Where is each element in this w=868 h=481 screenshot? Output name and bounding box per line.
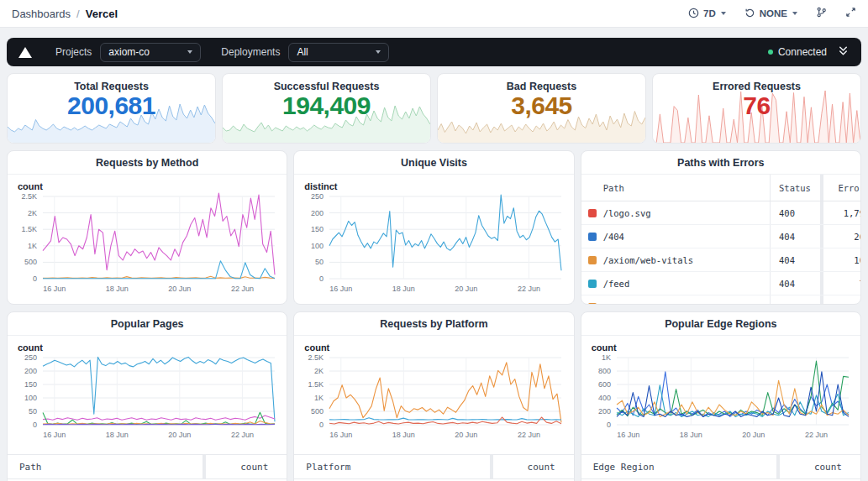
series-swatch xyxy=(588,256,597,264)
top-header: Dashboards / Vercel 7D NONE xyxy=(0,0,868,28)
fullscreen-button[interactable] xyxy=(845,6,856,21)
col-header-status[interactable]: Status xyxy=(770,175,820,201)
breadcrumb-current: Vercel xyxy=(86,8,118,20)
svg-text:1K: 1K xyxy=(28,242,37,250)
series-swatch xyxy=(588,303,597,306)
popular-pages-card: Popular Pages count 25020015010050016 Ju… xyxy=(7,311,287,481)
table-row[interactable]: /logo.svg 400 1,79 xyxy=(581,201,860,225)
col-header-edge-region[interactable]: Edge Region xyxy=(581,455,776,478)
table-row[interactable]: /axiom/web-vitals 404 10 xyxy=(581,248,860,272)
requests-by-platform-card: Requests by Platform count 2.5K2K1.5K1K5… xyxy=(293,311,574,481)
clock-icon xyxy=(688,8,699,20)
stat-title: Total Requests xyxy=(8,74,215,92)
chevron-down-icon xyxy=(187,50,192,54)
paths-with-errors-card: Paths with Errors Path Status Error /log… xyxy=(581,150,861,305)
svg-text:800: 800 xyxy=(598,367,611,375)
svg-text:22 Jun: 22 Jun xyxy=(518,285,540,293)
svg-text:20 Jun: 20 Jun xyxy=(742,431,765,439)
svg-text:200: 200 xyxy=(598,407,611,416)
bad-requests-card[interactable]: Bad Requests 3,645 xyxy=(437,73,646,144)
card-title: Paths with Errors xyxy=(581,151,860,175)
requests-by-method-chart[interactable]: 2.5K2K1.5K1K500016 Jun18 Jun20 Jun22 Jun xyxy=(8,191,287,297)
svg-text:18 Jun: 18 Jun xyxy=(679,431,702,439)
table-row[interactable]: /apple-touch-icon-precomposed.png 404 6 xyxy=(581,295,860,305)
card-title: Popular Edge Regions xyxy=(581,312,860,336)
metric-label: count xyxy=(581,336,860,353)
card-title: Unique Visits xyxy=(294,151,573,175)
svg-text:50: 50 xyxy=(29,407,37,416)
svg-text:1K: 1K xyxy=(314,394,324,402)
svg-text:200: 200 xyxy=(311,209,324,217)
svg-text:20 Jun: 20 Jun xyxy=(168,285,191,293)
svg-text:2.5K: 2.5K xyxy=(21,192,37,201)
col-header-platform[interactable]: Platform xyxy=(294,455,489,478)
compare-value: NONE xyxy=(760,8,787,18)
svg-text:500: 500 xyxy=(311,407,324,416)
successful-requests-card[interactable]: Successful Requests 194,409 xyxy=(222,73,431,144)
svg-text:20 Jun: 20 Jun xyxy=(455,285,478,293)
svg-text:250: 250 xyxy=(24,353,37,362)
svg-text:22 Jun: 22 Jun xyxy=(231,285,254,293)
collapse-toolbar-button[interactable] xyxy=(837,44,850,60)
svg-text:150: 150 xyxy=(311,225,324,233)
svg-text:18 Jun: 18 Jun xyxy=(106,285,129,293)
svg-text:100: 100 xyxy=(311,242,324,250)
projects-select-value: axiom-co xyxy=(108,46,150,58)
time-range-dropdown[interactable]: 7D xyxy=(688,8,726,20)
projects-label: Projects xyxy=(55,46,92,58)
col-header-count[interactable]: count xyxy=(780,455,860,478)
popular-pages-chart[interactable]: 25020015010050016 Jun18 Jun20 Jun22 Jun xyxy=(8,353,287,443)
popular-pages-table: Path count xyxy=(8,454,287,481)
fork-dashboard-button[interactable] xyxy=(816,6,827,21)
svg-text:18 Jun: 18 Jun xyxy=(392,285,415,293)
middle-row: Requests by Method count 2.5K2K1.5K1K500… xyxy=(7,150,861,305)
table-row[interactable]: /feed 404 7 xyxy=(581,272,860,295)
requests-by-platform-chart[interactable]: 2.5K2K1.5K1K500016 Jun18 Jun20 Jun22 Jun xyxy=(294,353,573,443)
col-header-path[interactable]: Path xyxy=(603,175,770,201)
svg-text:1.5K: 1.5K xyxy=(308,380,324,389)
svg-text:400: 400 xyxy=(598,394,611,402)
compare-against-dropdown[interactable]: NONE xyxy=(744,8,797,20)
series-swatch xyxy=(588,233,597,241)
breadcrumb: Dashboards / Vercel xyxy=(12,8,118,20)
svg-text:2K: 2K xyxy=(314,367,324,375)
total-requests-card[interactable]: Total Requests 200,681 xyxy=(7,73,216,144)
col-header-path[interactable]: Path xyxy=(8,455,203,478)
errored-requests-card[interactable]: Errored Requests 76 xyxy=(652,73,861,144)
unique-visits-card: Unique Visits distinct 25020015010050016… xyxy=(293,150,574,305)
unique-visits-chart[interactable]: 25020015010050016 Jun18 Jun20 Jun22 Jun xyxy=(294,191,573,297)
status-label: Connected xyxy=(778,46,827,58)
metric-label: count xyxy=(294,336,573,353)
chevron-down-icon xyxy=(721,12,726,15)
stat-value: 3,645 xyxy=(438,91,645,120)
series-swatch xyxy=(588,209,597,217)
deployments-select[interactable]: All xyxy=(288,43,389,62)
popular-edge-regions-chart[interactable]: 1K800600400200016 Jun18 Jun20 Jun22 Jun xyxy=(581,353,860,443)
col-header-errors[interactable]: Error xyxy=(823,175,861,201)
svg-text:22 Jun: 22 Jun xyxy=(805,431,828,439)
svg-text:16 Jun: 16 Jun xyxy=(617,431,639,439)
stat-title: Errored Requests xyxy=(653,74,860,92)
history-icon xyxy=(744,8,755,20)
svg-text:16 Jun: 16 Jun xyxy=(330,285,353,293)
card-title: Requests by Platform xyxy=(294,312,573,336)
expand-icon xyxy=(845,6,856,21)
breadcrumb-dashboards-link[interactable]: Dashboards xyxy=(12,8,71,20)
col-header-count[interactable]: count xyxy=(493,455,574,478)
deployments-label: Deployments xyxy=(221,46,280,58)
metric-label: count xyxy=(8,175,287,191)
table-row[interactable]: /404 404 26 xyxy=(581,225,860,248)
col-header-count[interactable]: count xyxy=(206,455,287,478)
projects-select[interactable]: axiom-co xyxy=(100,43,201,62)
connection-status: Connected xyxy=(768,46,827,58)
stat-title: Bad Requests xyxy=(438,74,645,92)
svg-text:0: 0 xyxy=(319,274,324,283)
deployments-select-value: All xyxy=(297,46,308,58)
svg-text:1.5K: 1.5K xyxy=(21,225,37,233)
requests-by-method-card: Requests by Method count 2.5K2K1.5K1K500… xyxy=(7,150,287,305)
svg-text:2.5K: 2.5K xyxy=(308,353,324,362)
series-swatch xyxy=(588,280,597,288)
svg-text:18 Jun: 18 Jun xyxy=(106,431,129,439)
svg-text:1K: 1K xyxy=(602,353,611,362)
svg-text:500: 500 xyxy=(24,258,37,266)
